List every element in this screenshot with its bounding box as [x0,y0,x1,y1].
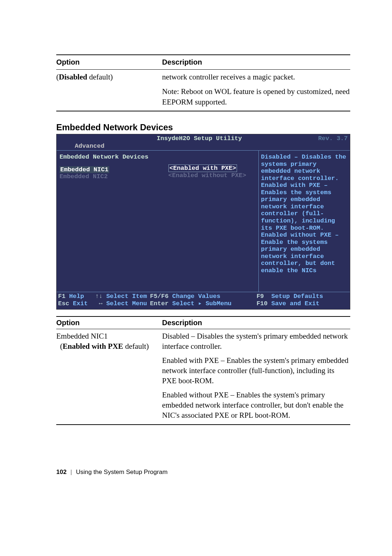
lr-key: ↔ [99,300,102,307]
f9-label: Setup Defaults [271,293,323,300]
th-description: Description [162,55,350,70]
bios-titlebar: InsydeH2O Setup Utility Rev. 3.7 [57,134,350,143]
td-desc-2: Note: Reboot on WOL feature is opened by… [162,84,350,111]
opt-rest: default) [123,342,149,351]
td-opt-2: Embedded NIC1 (Enabled with PXE default) [56,329,162,353]
disabled-bold: Disabled [59,73,87,81]
page-footer: 102 | Using the System Setup Program [56,469,350,476]
f56-key: F5/F6 [150,293,168,300]
opt-line1: Embedded NIC1 [56,332,108,340]
th-option-2: Option [56,316,162,329]
nic1-value[interactable]: <Enabled with PXE> [168,164,237,172]
td-desc-1: network controller receives a magic pack… [162,70,350,85]
esc-key: Esc [58,300,69,307]
f1-label: Help [69,293,84,300]
embedded-nic1-label[interactable]: Embedded NIC1 [60,166,109,173]
bios-footer: F1 Help ↑↓ Select Item Esc Exit ↔ Select… [57,292,350,309]
lr-label: Select Menu [106,300,147,307]
esc-label: Exit [73,300,88,307]
bios-help-pane: Disabled – Disables the systems primary … [258,151,350,292]
td-desc2-2: Enabled with PXE – Enables the system's … [162,353,350,388]
td-desc2-1: Disabled – Disables the system's primary… [162,329,350,353]
bios-window: InsydeH2O Setup Utility Rev. 3.7 Advance… [56,134,350,310]
enter-key: Enter [150,300,168,307]
th-option: Option [56,55,162,70]
td-desc2-3: Enabled without PXE – Enables the system… [162,388,350,425]
td-empty [56,84,162,111]
footer-col1: F1 Help ↑↓ Select Item Esc Exit ↔ Select… [58,293,150,308]
f56-label: Change Values [172,293,221,300]
nic2-value[interactable]: <Enabled without PXE> [168,172,246,179]
f10-key: F10 [257,300,268,307]
bios-rev: Rev. 3.7 [318,135,348,142]
bios-body: Embedded Network Devices Embedded NIC1 E… [57,150,350,292]
th-description-2: Description [162,316,350,329]
section-title: Embedded Network Devices [56,122,350,132]
bios-left-heading: Embedded Network Devices [60,154,164,160]
footer-sep: | [70,469,72,475]
chapter-title: Using the System Setup Program [76,469,167,475]
bios-left-pane: Embedded Network Devices Embedded NIC1 E… [57,151,167,292]
updown-label: Select Item [106,293,147,300]
updown-key: ↑↓ [95,293,102,300]
footer-col3: F9 Setup Defaults F10 Save and Exit [242,293,348,308]
f9-key: F9 [257,293,264,300]
enter-label: Select ▸ SubMenu [172,300,232,307]
footer-col2: F5/F6 Change Values Enter Select ▸ SubMe… [150,293,242,308]
option-table-bottom: Option Description Embedded NIC1 (Enable… [56,316,350,425]
bios-tab-row: Advanced [57,143,350,150]
disabled-rest: default) [87,73,113,81]
option-table-top: Option Description (Disabled default) ne… [56,54,350,111]
page-number: 102 [56,469,66,475]
bios-mid-pane: <Enabled with PXE> <Enabled without PXE> [167,151,258,292]
f1-key: F1 [58,293,65,300]
opt-bold: Enabled with PXE [63,342,123,351]
embedded-nic2-label[interactable]: Embedded NIC2 [60,173,108,180]
td-option: (Disabled default) [56,70,162,85]
tab-advanced[interactable]: Advanced [75,143,105,150]
bios-title: InsydeH2O Setup Utility [81,135,318,142]
f10-label: Save and Exit [271,300,319,307]
